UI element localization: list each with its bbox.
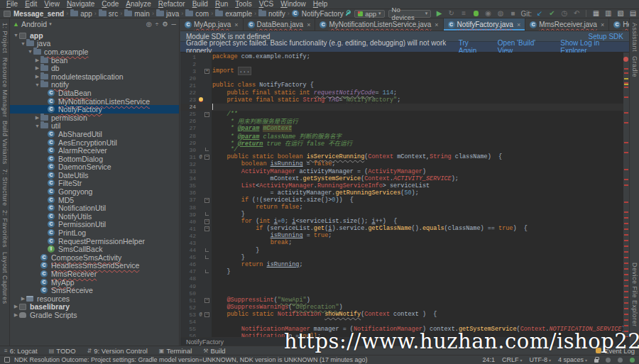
run-button[interactable]: ▶	[435, 9, 443, 18]
code-line-22[interactable]: 22 public final static int requestNotify…	[180, 89, 629, 96]
close-icon[interactable]: ×	[307, 21, 310, 28]
code-line-54[interactable]: 54	[180, 318, 629, 325]
error-stripe-mark[interactable]	[624, 72, 628, 74]
tree-item-notifyutils[interactable]: CNotifyUtils	[10, 212, 179, 221]
tree-item-absharedutil[interactable]: CAbSharedUtil	[10, 130, 179, 138]
breadcrumb-item-message_send[interactable]: Message_send	[3, 10, 65, 18]
error-stripe-mark[interactable]	[624, 319, 628, 321]
error-stripe-mark[interactable]	[624, 280, 628, 281]
left-strip-7-structure[interactable]: 7: Structure	[1, 169, 9, 206]
hide-panel-icon[interactable]: ─	[172, 21, 176, 28]
tree-item-daemonservice[interactable]: CDaemonService	[10, 163, 179, 172]
toolwindow-button-6-logcat[interactable]: ≡6: Logcat	[4, 347, 38, 355]
fold-end-icon[interactable]	[204, 247, 210, 254]
code-line-34[interactable]: 34 mContext.getSystemService(Context.ACT…	[180, 175, 629, 182]
error-stripe-mark[interactable]	[624, 223, 628, 224]
left-strip-2-favorites[interactable]: 2: Favorites	[1, 210, 9, 248]
tree-item-dateutils[interactable]: CDateUtils	[10, 171, 179, 180]
code-line-43[interactable]: 43 break;	[180, 239, 629, 246]
tree-item-smscallback[interactable]: ISmsCallBack	[10, 245, 179, 253]
left-strip-1-project[interactable]: 1: Project	[1, 23, 9, 53]
chevron-down-icon[interactable]: ▼	[34, 82, 40, 87]
right-strip-device-file-explorer[interactable]: Device File Explorer	[631, 263, 638, 327]
error-stripe-mark[interactable]	[624, 122, 628, 123]
profiler-icon[interactable]: ◍	[496, 9, 505, 18]
code-line-24[interactable]: 24	[180, 104, 629, 111]
fold-end-icon[interactable]	[204, 211, 210, 218]
menu-analyze[interactable]: Analyze	[122, 0, 155, 9]
editor-breadcrumb-item[interactable]: NotifyFactory	[186, 338, 224, 346]
code-line-39[interactable]: 39 }	[180, 211, 629, 218]
tree-item-com-example[interactable]: ▼com.example	[10, 48, 179, 56]
debug-button[interactable]	[471, 9, 480, 18]
code-line-46[interactable]: 46 return isRunning;	[180, 261, 629, 268]
code-line-42[interactable]: 42 isRunning = true;	[180, 232, 629, 239]
fold-collapse-icon[interactable]: −	[204, 225, 210, 232]
error-stripe-mark[interactable]	[624, 251, 628, 253]
error-stripe-mark[interactable]	[624, 202, 628, 203]
inspections-hector-icon[interactable]	[606, 358, 611, 363]
code-line-37[interactable]: 37− if (!(serviceList.size()>0)) {	[180, 197, 629, 204]
code-line-29[interactable]: 29 * @return true 在运行 false 不在运行	[180, 139, 629, 146]
code-line-32[interactable]: 32 boolean isRunning = false;	[180, 160, 629, 167]
breadcrumb-item-src[interactable]: src	[98, 10, 119, 18]
code-line-45[interactable]: 45 }	[180, 254, 629, 261]
menu-refactor[interactable]: Refactor	[155, 0, 189, 9]
fold-collapse-icon[interactable]: −	[204, 311, 210, 318]
encoding-select[interactable]: UTF-8▾	[529, 356, 551, 363]
breadcrumb-item-main[interactable]: main	[124, 10, 151, 18]
chevron-right-icon[interactable]: ▶	[13, 304, 19, 309]
apply-code-changes-icon[interactable]: ≡	[459, 9, 468, 18]
error-stripe-mark[interactable]	[624, 291, 628, 292]
chevron-right-icon[interactable]: ▶	[20, 296, 26, 302]
toolwindow-button-9-version-control[interactable]: ⇵9: Version Control	[87, 347, 148, 355]
tree-item-baselibrary[interactable]: ▶baselibrary	[10, 303, 179, 311]
error-stripe-mark[interactable]	[624, 184, 628, 186]
layout-inspector-icon[interactable]: ▦	[591, 9, 600, 18]
tree-item-printlog[interactable]: CPrintLog	[10, 228, 179, 237]
breadcrumb-item-notify[interactable]: notify	[258, 10, 286, 18]
tab-databean-java[interactable]: CDataBean.java×	[244, 18, 316, 31]
menu-code[interactable]: Code	[98, 0, 122, 9]
locate-file-icon[interactable]: ◎	[146, 21, 152, 28]
fold-end-icon[interactable]	[204, 268, 210, 275]
code-line-31[interactable]: 31@− public static boolean isServiceRunn…	[180, 153, 629, 160]
fold-collapse-icon[interactable]: −	[204, 153, 210, 160]
chevron-right-icon[interactable]: ▶	[13, 312, 19, 318]
tree-item-databean[interactable]: CDataBean	[10, 89, 179, 97]
code-line-23[interactable]: 23 private final static String TAG="Noti…	[180, 96, 629, 104]
fold-end-icon[interactable]	[204, 146, 210, 153]
error-stripe-mark[interactable]	[624, 302, 628, 304]
breadcrumb-item-notifyfactory[interactable]: CNotifyFactory	[291, 10, 344, 18]
fold-collapse-icon[interactable]: −	[204, 111, 210, 118]
code-line-35[interactable]: 35 List<ActivityManager.RunningServiceIn…	[180, 182, 629, 189]
chevron-down-icon[interactable]: ▼	[27, 49, 33, 54]
tree-item-mmsreceiver[interactable]: CMmsReceiver	[10, 270, 179, 278]
tab-headlesssmssendservice-java[interactable]: CHeadlessSmsSendService.java×	[609, 18, 629, 31]
code-line-21[interactable]: 21public class NotifyFactory {	[180, 82, 629, 89]
code-line-51[interactable]: 51− @SuppressLint("NewApi")	[180, 297, 629, 304]
tree-item-permission[interactable]: ▶permission	[10, 114, 179, 122]
error-stripe-mark[interactable]	[624, 246, 628, 247]
error-stripe-mark[interactable]	[624, 263, 628, 264]
tree-item-gradle-scripts[interactable]: ▶Gradle Scripts	[10, 311, 179, 319]
left-strip-layout-captures[interactable]: Layout Captures	[1, 252, 9, 304]
error-stripe-mark[interactable]	[624, 112, 628, 114]
lock-icon[interactable]	[594, 359, 599, 363]
gradle-sync-icon[interactable]	[618, 358, 623, 363]
error-stripe-mark[interactable]	[624, 217, 628, 219]
error-stripe-mark[interactable]	[624, 234, 628, 236]
code-editor[interactable]: 1package com.example.notify;23+import ..…	[180, 53, 629, 337]
code-line-44[interactable]: 44 }	[180, 247, 629, 254]
tab-mmsreceiver-java[interactable]: CMmsReceiver.java×	[525, 18, 609, 31]
rollback-icon[interactable]: ↶	[572, 9, 581, 18]
tree-item-mynotificationlistenservice[interactable]: CMyNotificationListenService	[10, 97, 179, 106]
chevron-right-icon[interactable]: ▶	[34, 115, 40, 121]
toolwindow-button-terminal[interactable]: ▣Terminal	[159, 347, 192, 355]
error-stripe-mark[interactable]	[624, 169, 628, 170]
error-stripe-mark[interactable]	[624, 308, 628, 309]
avd-manager-icon[interactable]: ▧	[616, 9, 625, 18]
menu-vcs[interactable]: VCS	[256, 0, 278, 9]
code-line-33[interactable]: 33 ActivityManager activityManager = (Ac…	[180, 168, 629, 175]
error-stripe-mark[interactable]	[624, 68, 628, 70]
